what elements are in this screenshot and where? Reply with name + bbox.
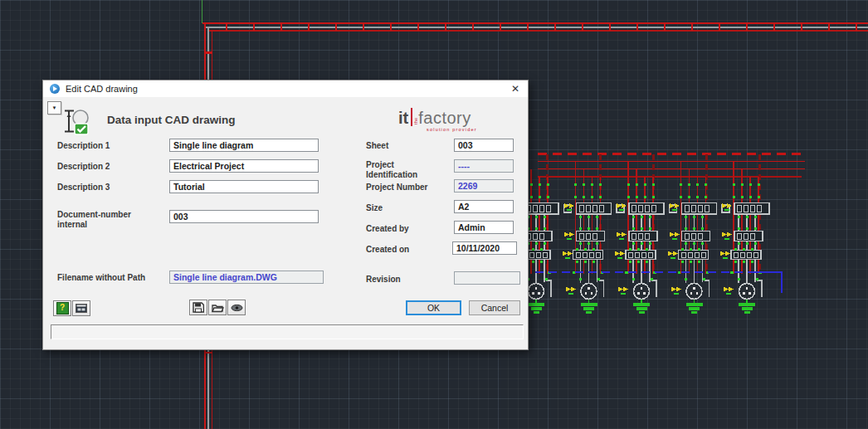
save-button[interactable] xyxy=(189,300,207,315)
label-created-by: Created by xyxy=(366,224,442,234)
label-document-number-internal: Document-number internal xyxy=(57,210,144,230)
created-on-field[interactable] xyxy=(452,241,517,255)
label-project-number: Project Number xyxy=(366,183,442,193)
close-icon[interactable]: ✕ xyxy=(503,80,528,97)
cad-dimension-icon xyxy=(64,107,90,136)
sheet-field[interactable] xyxy=(454,139,514,152)
label-description-2: Description 2 xyxy=(57,162,157,172)
logo-red-bar xyxy=(411,108,412,126)
form-settings-button[interactable] xyxy=(72,300,90,316)
itfactory-logo: it the factory solution provider xyxy=(398,108,506,132)
logo-the-text: the xyxy=(413,119,418,124)
help-icon: ? xyxy=(56,302,69,314)
description-3-field[interactable] xyxy=(169,180,319,193)
project-number-field[interactable] xyxy=(454,179,514,193)
label-size: Size xyxy=(366,203,442,213)
label-project-identification: Project Identification xyxy=(366,160,424,180)
preview-button[interactable] xyxy=(227,300,246,315)
logo-tagline: solution provider xyxy=(427,127,506,132)
single-line-diagram xyxy=(510,154,805,314)
revision-field[interactable] xyxy=(454,271,520,285)
logo-factory-text: factory xyxy=(418,110,471,126)
document-number-internal-field[interactable] xyxy=(169,210,319,223)
label-sheet: Sheet xyxy=(366,141,442,151)
ok-button[interactable]: OK xyxy=(406,300,461,315)
autocad-workspace: Edit CAD drawing ✕ ▼ Data input CAD draw… xyxy=(0,0,868,429)
overflow-menu-button[interactable]: ▼ xyxy=(47,101,61,115)
description-1-field[interactable] xyxy=(169,139,319,152)
dialog-title: Edit CAD drawing xyxy=(66,84,138,94)
description-2-field[interactable] xyxy=(169,159,319,173)
size-field[interactable] xyxy=(454,200,514,213)
cancel-button[interactable]: Cancel xyxy=(469,300,520,315)
edit-cad-drawing-dialog: Edit CAD drawing ✕ ▼ Data input CAD draw… xyxy=(42,80,529,350)
eye-icon xyxy=(231,304,243,312)
label-created-on: Created on xyxy=(366,245,442,255)
label-filename-without-path: Filename without Path xyxy=(57,273,157,283)
open-folder-button[interactable] xyxy=(208,300,227,315)
status-bar xyxy=(51,324,524,339)
app-icon xyxy=(50,84,60,94)
open-folder-icon xyxy=(212,303,224,313)
label-description-3: Description 3 xyxy=(57,183,157,193)
dialog-heading: Data input CAD drawing xyxy=(107,114,236,126)
created-by-field[interactable] xyxy=(454,221,514,234)
label-description-1: Description 1 xyxy=(57,141,157,151)
help-button[interactable]: ? xyxy=(53,300,71,316)
project-identification-field[interactable] xyxy=(454,159,514,173)
form-icon xyxy=(76,304,87,313)
dialog-titlebar[interactable]: Edit CAD drawing ✕ xyxy=(43,80,528,97)
save-icon xyxy=(193,302,204,313)
filename-field[interactable] xyxy=(169,271,324,284)
label-revision: Revision xyxy=(366,275,442,285)
logo-it-text: it xyxy=(398,110,408,126)
